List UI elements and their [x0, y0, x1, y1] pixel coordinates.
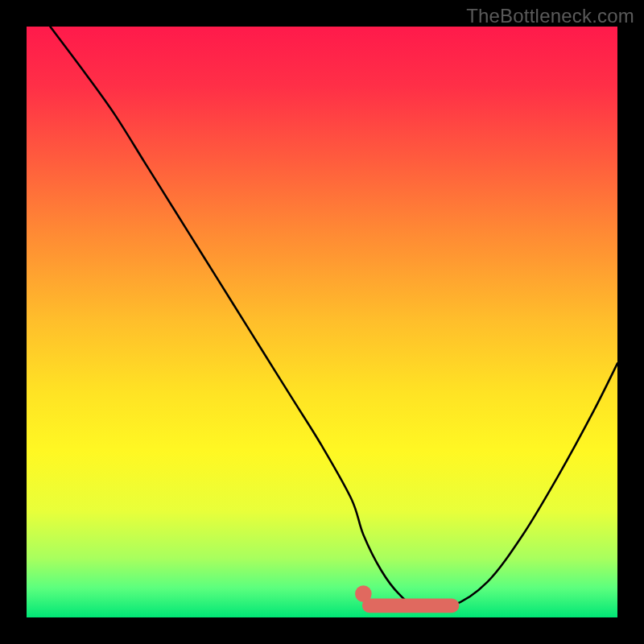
plot-area: [27, 27, 617, 617]
markers: [355, 585, 452, 605]
bottleneck-curve: [50, 27, 617, 608]
watermark-text: TheBottleneck.com: [466, 5, 634, 27]
chart-frame: TheBottleneck.com: [0, 0, 644, 644]
curve-layer: [27, 27, 617, 617]
